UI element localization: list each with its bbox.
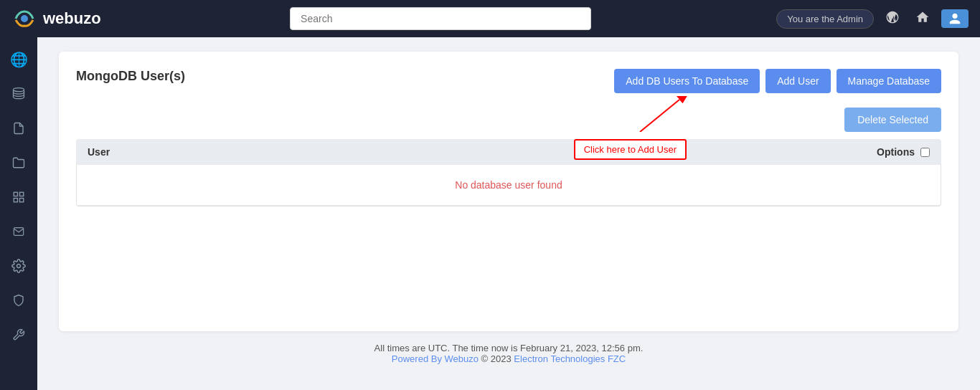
grid-icon — [12, 191, 25, 204]
svg-rect-6 — [20, 199, 24, 202]
mongodb-card: MongoDB User(s) Add DB Users To Database… — [59, 52, 958, 331]
settings-icon — [11, 259, 26, 273]
search-bar-wrapper — [113, 7, 768, 30]
header-right: You are the Admin — [776, 7, 969, 31]
table-col-user-header: User — [88, 146, 877, 158]
sidebar-item-globe[interactable]: 🌐 — [4, 44, 34, 75]
manage-database-button[interactable]: Manage Database — [837, 69, 941, 93]
table-divider — [77, 205, 941, 206]
svg-line-9 — [640, 100, 679, 132]
main-content: MongoDB User(s) Add DB Users To Database… — [37, 37, 980, 390]
company-link[interactable]: Electron Technologies FZC — [514, 353, 626, 364]
folder-icon — [11, 156, 26, 169]
click-here-label: Click here to Add User — [574, 139, 687, 160]
select-all-checkbox[interactable] — [920, 148, 930, 157]
sidebar-item-wrench[interactable] — [4, 320, 34, 350]
delete-selected-button[interactable]: Delete Selected — [844, 108, 941, 132]
svg-point-1 — [21, 15, 28, 22]
delete-selected-row: Delete Selected — [76, 108, 941, 132]
user-avatar-btn[interactable] — [941, 9, 969, 28]
sidebar-item-mail[interactable] — [4, 217, 34, 247]
sidebar-item-settings[interactable] — [4, 251, 34, 281]
powered-by-link[interactable]: Powered By Webuzo — [392, 353, 479, 364]
annotation-arrow — [633, 96, 690, 132]
card-title: MongoDB User(s) — [76, 69, 185, 84]
sidebar-item-database[interactable] — [4, 79, 34, 109]
footer: All times are UTC. The time now is Febru… — [59, 331, 958, 376]
database-icon — [11, 87, 26, 101]
sidebar-item-grid[interactable] — [4, 182, 34, 212]
card-header: MongoDB User(s) Add DB Users To Database… — [76, 69, 941, 93]
header: webuzo You are the Admin — [0, 0, 980, 37]
home-icon — [915, 10, 930, 24]
search-input[interactable] — [290, 7, 591, 30]
table-empty-message: No database user found — [77, 165, 941, 205]
svg-rect-5 — [14, 199, 17, 202]
svg-rect-3 — [14, 192, 17, 196]
wordpress-icon-btn[interactable] — [881, 7, 904, 31]
users-table: User Options No database user found — [76, 139, 941, 206]
table-header: User Options — [76, 139, 941, 165]
sidebar-item-file[interactable] — [4, 113, 34, 143]
wrench-icon — [12, 328, 25, 341]
sidebar-item-shield[interactable] — [4, 285, 34, 315]
footer-copyright: © 2023 — [481, 353, 514, 364]
admin-badge: You are the Admin — [776, 9, 874, 29]
mail-icon — [11, 226, 26, 237]
user-icon — [948, 12, 961, 25]
sidebar-item-folder[interactable] — [4, 148, 34, 178]
wordpress-icon — [885, 10, 900, 24]
shield-icon — [12, 293, 25, 308]
add-user-button[interactable]: Add User — [765, 69, 830, 93]
logo-text: webuzo — [43, 9, 101, 28]
logo: webuzo — [11, 6, 105, 32]
table-body: No database user found — [76, 165, 941, 206]
svg-rect-4 — [20, 192, 24, 196]
file-icon — [12, 121, 25, 135]
svg-point-7 — [17, 265, 21, 268]
logo-icon — [11, 6, 37, 32]
footer-time-text: All times are UTC. The time now is Febru… — [70, 343, 947, 353]
footer-powered-by: Powered By Webuzo © 2023 Electron Techno… — [70, 353, 947, 364]
svg-point-2 — [14, 88, 24, 92]
sidebar: 🌐 — [0, 37, 37, 390]
layout: 🌐 — [0, 37, 980, 390]
add-db-users-button[interactable]: Add DB Users To Database — [614, 69, 760, 93]
table-col-options-header: Options — [877, 146, 930, 158]
card-actions: Add DB Users To Database Add User Manage… — [614, 69, 941, 93]
home-icon-btn[interactable] — [911, 7, 934, 31]
